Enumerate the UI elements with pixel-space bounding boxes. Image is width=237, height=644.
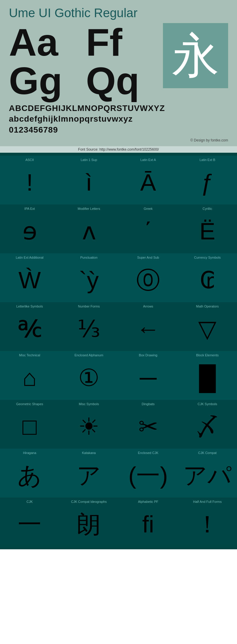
char-block: Greek΄ xyxy=(118,205,178,253)
char-block-label: Currency Symbols xyxy=(194,256,221,259)
char-block: Latin Ext AdditionalẀ xyxy=(0,253,59,302)
char-block: CyrillicЁ xyxy=(178,205,237,253)
char-block: Super And Sub⓪ xyxy=(118,253,178,302)
char-block-symbol: ΄ xyxy=(144,211,152,252)
char-block: Latin Ext Bƒ xyxy=(178,156,237,205)
char-block-symbol: ƒ xyxy=(201,162,214,203)
char-block-label: Letterlike Symbols xyxy=(16,305,43,308)
char-block: CJK Symbols〆 xyxy=(178,400,237,449)
char-block-symbol: ! xyxy=(26,162,33,203)
char-block-label: Block Elements xyxy=(196,353,219,357)
big-char-aa: Aa xyxy=(9,23,86,62)
alphabet-upper: ABCDEFGHIJKLMNOPQRSTUVWXYZ xyxy=(9,103,228,114)
big-char-grid: Aa Ff Gg Qq xyxy=(9,23,163,100)
char-block-symbol: ℀ xyxy=(18,309,42,349)
sample-chars: Aa Ff Gg Qq 永 xyxy=(9,23,228,100)
char-block: Katakanaア xyxy=(59,449,118,498)
char-block: Letterlike Symbols℀ xyxy=(0,302,59,351)
char-block-label: Katakana xyxy=(82,451,96,455)
char-block-symbol: █ xyxy=(199,358,216,398)
char-block-symbol: □ xyxy=(23,406,37,447)
alphabet-section: ABCDEFGHIJKLMNOPQRSTUVWXYZ abcdefghijklm… xyxy=(9,100,228,137)
char-block-label: ASCII xyxy=(25,158,34,162)
font-title: Ume UI Gothic Regular xyxy=(9,6,228,20)
char-block-label: CJK xyxy=(27,500,33,503)
char-block-label: Alphabetic PF xyxy=(138,500,158,503)
char-block-symbol: ì xyxy=(86,162,92,203)
char-block: CJK Compat Ideographs朗 xyxy=(59,498,118,546)
char-block: Modifier Lettersʌ xyxy=(59,205,118,253)
char-block-symbol: ✂ xyxy=(138,406,158,447)
char-block: Enclosed Alphanum① xyxy=(59,351,118,400)
char-block-label: Geometric Shapes xyxy=(16,402,43,406)
char-block: Latin 1 Supì xyxy=(59,156,118,205)
char-block: IPA Extɘ xyxy=(0,205,59,253)
char-block-label: CJK Compat Ideographs xyxy=(71,500,107,503)
char-block-label: Hiragana xyxy=(23,451,36,455)
char-block-symbol: ─ xyxy=(140,358,157,398)
digits: 0123456789 xyxy=(9,125,228,135)
char-block-symbol: (一) xyxy=(128,455,168,496)
char-block-label: CJK Symbols xyxy=(198,402,217,406)
char-block: Dingbats✂ xyxy=(118,400,178,449)
char-block-label: IPA Ext xyxy=(24,207,35,210)
char-block-symbol: Ā xyxy=(140,162,156,203)
char-block-symbol: ① xyxy=(78,358,100,398)
char-block-label: Latin Ext Additional xyxy=(16,256,44,259)
char-block-label: Number Forms xyxy=(78,305,100,308)
source-line: Font Source: http://www.fontke.com/font/… xyxy=(0,146,237,153)
char-block-symbol: ʌ xyxy=(82,211,96,252)
char-block-symbol: `ỳ xyxy=(79,260,99,300)
char-block-label: Dingbats xyxy=(142,402,154,406)
kanji-box: 永 xyxy=(163,23,228,88)
char-block-label: Misc Symbols xyxy=(79,402,99,406)
big-char-gg: Gg xyxy=(9,62,86,100)
char-block-label: Latin 1 Sup xyxy=(81,158,97,162)
header-section: Ume UI Gothic Regular Aa Ff Gg Qq 永 ABCD… xyxy=(0,0,237,146)
char-block-label: Box Drawing xyxy=(139,353,157,357)
char-block: Box Drawing─ xyxy=(118,351,178,400)
char-block: ASCII! xyxy=(0,156,59,205)
char-block: Enclosed CJK(一) xyxy=(118,449,178,498)
char-block-label: Latin Ext A xyxy=(140,158,156,162)
char-block-symbol: Ё xyxy=(199,211,215,252)
char-block: Misc Symbols☀ xyxy=(59,400,118,449)
char-block: Hiraganaあ xyxy=(0,449,59,498)
char-block: Arrows← xyxy=(118,302,178,351)
char-block-symbol: ﬁ xyxy=(142,504,154,545)
char-block-symbol: ⓪ xyxy=(136,260,160,300)
main-section: ASCII!Latin 1 SupìLatin Ext AĀLatin Ext … xyxy=(0,153,237,549)
char-block: Alphabetic PFﬁ xyxy=(118,498,178,546)
char-block: Currency Symbols₢ xyxy=(178,253,237,302)
char-block: Misc Technical⌂ xyxy=(0,351,59,400)
char-block-label: Enclosed Alphanum xyxy=(74,353,103,357)
char-block: Punctuation`ỳ xyxy=(59,253,118,302)
char-block: CJK Compatアパ xyxy=(178,449,237,498)
char-block-symbol: ɘ xyxy=(23,211,37,252)
char-block-symbol: 〆 xyxy=(196,406,219,447)
kanji-char: 永 xyxy=(172,32,219,79)
copyright: © Design by fontke.com xyxy=(9,137,228,143)
char-block-symbol: ← xyxy=(136,309,160,349)
char-block-symbol: ₢ xyxy=(200,260,215,300)
char-block-label: Math Operators xyxy=(196,305,219,308)
char-block-label: CJK Compat xyxy=(198,451,217,455)
char-block-symbol: アパ xyxy=(183,455,232,496)
char-block-symbol: ！ xyxy=(196,504,219,545)
char-block: Geometric Shapes□ xyxy=(0,400,59,449)
char-block-label: Modifier Letters xyxy=(78,207,100,210)
char-block: Math Operators▽ xyxy=(178,302,237,351)
char-block-symbol: ⌂ xyxy=(23,358,37,398)
char-block: Half And Full Forms！ xyxy=(178,498,237,546)
char-block-label: Misc Technical xyxy=(19,353,40,357)
char-grid-section: ASCII!Latin 1 SupìLatin Ext AĀLatin Ext … xyxy=(0,156,237,546)
big-char-ff: Ff xyxy=(86,23,163,62)
char-block-label: Cyrillic xyxy=(203,207,212,210)
char-block-label: Half And Full Forms xyxy=(193,500,222,503)
alphabet-lower: abcdefghijklmnopqrstuvwxyz xyxy=(9,114,228,124)
big-char-qq: Qq xyxy=(86,62,163,100)
char-block: Latin Ext AĀ xyxy=(118,156,178,205)
char-block-symbol: ▽ xyxy=(198,309,217,349)
char-block: CJK一 xyxy=(0,498,59,546)
char-block-symbol: 朗 xyxy=(77,504,101,545)
